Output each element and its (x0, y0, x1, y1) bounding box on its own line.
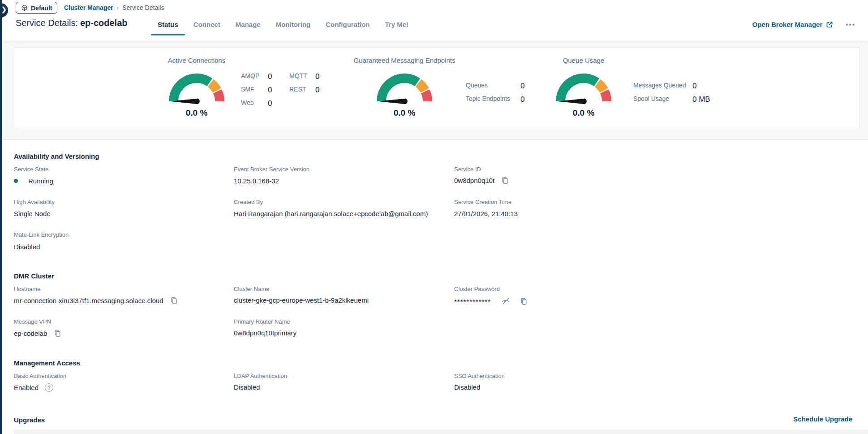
management-section-heading: Management Access (14, 359, 80, 367)
stat-label: Spool Usage (633, 95, 692, 104)
schedule-upgrade-link[interactable]: Schedule Upgrade (793, 415, 852, 423)
gauge-percent: 0.0 % (573, 108, 595, 118)
field-primary-router: Primary Router Name (234, 318, 290, 325)
breadcrumb: Cluster Manager › Service Details (64, 4, 164, 11)
stat-value: 0 MB (692, 95, 724, 104)
field-service-state: Service State (14, 166, 48, 173)
tab-configuration[interactable]: Configuration (318, 18, 377, 35)
field-creation-time-value: 27/01/2026, 21:40:13 (454, 210, 518, 217)
breadcrumb-separator: › (117, 4, 119, 11)
field-created-by-value: Hari Rangarajan (hari.rangarajan.solace+… (234, 210, 428, 217)
field-hostname: Hostname (14, 286, 40, 292)
stat-value: 0 (268, 72, 289, 81)
header-actions: Open Broker Manager ••• (752, 21, 855, 28)
stat-value: 0 (315, 86, 326, 95)
status-summary-band: Active Connections 0.0 % AMQP 0 MQTT 0 S… (2, 41, 868, 140)
stat-label: Queues (466, 82, 520, 91)
show-password-icon[interactable] (501, 296, 511, 306)
field-ldap-auth-value: Disabled (234, 383, 260, 391)
field-message-vpn-value: ep-codelab (14, 329, 62, 338)
tab-status[interactable]: Status (150, 18, 186, 35)
chevron-right-icon: ❯ (1, 6, 7, 13)
guaranteed-endpoints-gauge-group: Guaranteed Messaging Endpoints 0.0 % Que… (371, 48, 531, 118)
field-cluster-name: Cluster Name (234, 286, 269, 292)
field-hostname-value: mr-connection-xiru3i37tf1.messaging.sola… (14, 296, 178, 305)
dmr-section-heading: DMR Cluster (14, 272, 54, 280)
open-broker-manager-link[interactable]: Open Broker Manager (752, 21, 834, 28)
field-ldap-auth: LDAP Authentication (234, 373, 287, 379)
gauge-percent: 0.0 % (394, 108, 416, 118)
tab-manage[interactable]: Manage (228, 18, 268, 35)
cube-icon (21, 4, 28, 11)
environment-badge-label: Default (31, 4, 52, 12)
field-cluster-password: Cluster Password (454, 286, 500, 292)
stat-label: Messages Queued (633, 82, 692, 91)
page-header: Default Cluster Manager › Service Detail… (2, 0, 868, 40)
page-title: Service Details:ep-codelab (16, 18, 128, 28)
help-icon[interactable]: ? (45, 383, 53, 392)
upgrades-section-heading: Upgrades (14, 416, 45, 424)
running-status-dot (14, 179, 18, 183)
tab-monitoring[interactable]: Monitoring (268, 18, 318, 35)
upgrades-table-header-partial (14, 430, 868, 434)
field-service-state-value: Running (14, 177, 53, 185)
gauge-chart (165, 70, 228, 105)
copy-icon[interactable] (501, 176, 509, 185)
active-connections-gauge-group: Active Connections 0.0 % AMQP 0 MQTT 0 S… (163, 48, 326, 118)
guaranteed-endpoints-stats: Queues 0 Topic Endpoints 0 (466, 82, 531, 104)
field-version: Event Broker Service Version (234, 166, 309, 173)
gauge-title: Queue Usage (563, 56, 605, 64)
tab-connect[interactable]: Connect (186, 18, 228, 35)
field-mate-link-value: Disabled (14, 243, 40, 251)
field-basic-auth: Basic Authentication (14, 373, 66, 379)
stat-label: MQTT (289, 72, 315, 81)
field-creation-time: Service Creation Time (454, 199, 511, 205)
open-broker-manager-label: Open Broker Manager (752, 21, 823, 28)
stat-label: Topic Endpoints (466, 95, 520, 104)
external-link-icon (826, 21, 833, 28)
field-cluster-name-value: cluster-gke-gcp-europe-west1-b-9a2klkeue… (234, 296, 369, 304)
stat-label: Web (241, 99, 268, 108)
field-cluster-password-value: ************ (454, 296, 528, 306)
copy-icon[interactable] (170, 296, 178, 305)
field-created-by: Created By (234, 199, 263, 205)
gauge-percent: 0.0 % (186, 108, 208, 118)
field-version-value: 10.25.0.168-32 (234, 177, 279, 185)
field-service-id: Service ID (454, 166, 481, 173)
breadcrumb-cluster-manager[interactable]: Cluster Manager (64, 4, 113, 11)
field-primary-router-value: 0w8dpn0q10tprimary (234, 329, 296, 337)
stat-value: 0 (520, 82, 531, 91)
environment-badge[interactable]: Default (16, 2, 57, 14)
stat-label: REST (289, 86, 315, 95)
field-message-vpn: Message VPN (14, 318, 51, 325)
stat-label: AMQP (241, 72, 268, 81)
copy-icon[interactable] (53, 329, 62, 338)
field-mate-link: Mate-Link Encryption (14, 231, 69, 238)
stat-value: 0 (692, 82, 724, 91)
gauge-title: Active Connections (168, 56, 225, 64)
gauges-card: Active Connections 0.0 % AMQP 0 MQTT 0 S… (14, 47, 860, 129)
active-connections-stats: AMQP 0 MQTT 0 SMF 0 REST 0 Web 0 (241, 72, 326, 108)
page-title-prefix: Service Details: (16, 18, 78, 28)
queue-usage-gauge-group: Queue Usage 0.0 % Messages Queued 0 Spoo… (550, 48, 724, 118)
stat-value: 0 (268, 86, 289, 95)
tab-try-me[interactable]: Try Me! (378, 18, 417, 35)
field-high-availability-value: Single Node (14, 210, 51, 217)
gauge-chart (552, 70, 615, 105)
more-options-icon[interactable]: ••• (846, 21, 855, 28)
collapsed-sidebar-rail (0, 0, 2, 434)
copy-icon[interactable] (520, 297, 528, 306)
stat-value: 0 (520, 95, 531, 104)
stat-value: 0 (268, 99, 289, 108)
field-high-availability: High Availability (14, 199, 55, 205)
service-tabs: Status Connect Manage Monitoring Configu… (150, 18, 416, 35)
field-service-id-value: 0w8dpn0q10t (454, 176, 509, 185)
queue-usage-stats: Messages Queued 0 Spool Usage 0 MB (633, 82, 724, 104)
stat-value: 0 (315, 72, 326, 81)
topbar-divider (58, 2, 58, 13)
stat-label: SMF (241, 86, 268, 95)
field-sso-auth: SSO Authentication (454, 373, 505, 379)
gauge-title: Guaranteed Messaging Endpoints (354, 56, 455, 64)
field-sso-auth-value: Disabled (454, 383, 480, 391)
breadcrumb-current: Service Details (122, 4, 164, 11)
